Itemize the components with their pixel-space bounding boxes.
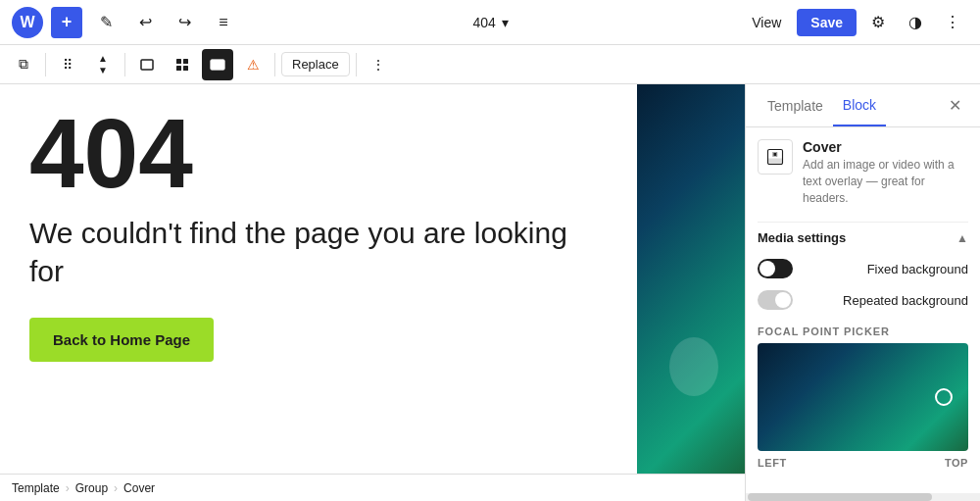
move-up-button[interactable]: ▲ ▼ (87, 49, 119, 80)
main-content: 404 We couldn't find the page you are lo… (0, 84, 980, 501)
focal-point-picker[interactable] (758, 343, 968, 451)
breadcrumb-sep-1: › (66, 481, 70, 495)
right-sidebar: Template Block ✕ ▣ Cover Add an image or… (745, 84, 980, 501)
sidebar-bottom-scrollbar[interactable] (746, 493, 980, 501)
align-full-button[interactable] (202, 49, 233, 80)
breadcrumb-item-group[interactable]: Group (75, 481, 108, 495)
media-settings-label: Media settings (758, 230, 846, 245)
undo-button[interactable]: ↩ (129, 7, 161, 38)
divider-1 (45, 53, 46, 76)
redo-button[interactable]: ↪ (169, 7, 200, 38)
svg-rect-5 (211, 60, 224, 70)
divider-4 (356, 53, 357, 76)
svg-rect-3 (176, 66, 181, 71)
alert-button[interactable]: ⚠ (237, 49, 269, 80)
cover-block-icon: ▣ (758, 139, 793, 175)
editor-wrapper: 404 We couldn't find the page you are lo… (0, 84, 745, 501)
svg-rect-1 (176, 59, 181, 64)
sidebar-body: ▣ Cover Add an image or video with a tex… (746, 127, 980, 493)
page-title-area: 404 ▾ (247, 15, 734, 30)
svg-text:▣: ▣ (772, 151, 778, 157)
focal-top-label: TOP (945, 457, 968, 469)
contrast-button[interactable]: ◑ (900, 7, 931, 38)
divider-2 (124, 53, 125, 76)
editor-content: 404 We couldn't find the page you are lo… (0, 84, 745, 474)
view-button[interactable]: View (742, 9, 791, 36)
focal-point-label: FOCAL POINT PICKER (758, 326, 968, 337)
sidebar-tabs: Template Block ✕ (746, 84, 980, 127)
save-button[interactable]: Save (797, 9, 857, 36)
editor-page: 404 We couldn't find the page you are lo… (0, 84, 737, 474)
repeated-background-toggle[interactable] (758, 290, 793, 310)
repeated-background-label: Repeated background (843, 293, 968, 308)
list-view-button[interactable]: ≡ (208, 7, 239, 38)
cover-image (637, 84, 745, 474)
error-code: 404 (29, 104, 608, 202)
svg-rect-2 (183, 59, 188, 64)
topbar-right: View Save ⚙ ◑ ⋮ (742, 7, 968, 38)
align-grid-button[interactable] (167, 49, 198, 80)
focal-axes: LEFT TOP (758, 457, 968, 469)
back-to-home-button[interactable]: Back to Home Page (29, 318, 214, 362)
tab-block[interactable]: Block (833, 85, 886, 126)
wp-logo[interactable]: W (12, 7, 43, 38)
block-switcher-button[interactable]: ⧉ (8, 49, 39, 80)
more-block-options-button[interactable]: ⋮ (363, 49, 394, 80)
block-desc: Add an image or video with a text overla… (803, 157, 968, 206)
page-title: 404 (472, 15, 495, 30)
focal-point-dot[interactable] (935, 388, 953, 406)
breadcrumb-sep-2: › (114, 481, 118, 495)
sidebar-close-button[interactable]: ✕ (941, 92, 968, 120)
svg-rect-4 (183, 66, 188, 71)
align-left-button[interactable] (131, 49, 163, 80)
add-block-button[interactable]: + (51, 7, 82, 38)
page-content-area: 404 We couldn't find the page you are lo… (0, 84, 637, 381)
divider-3 (274, 53, 275, 76)
error-message: We couldn't find the page you are lookin… (29, 214, 608, 290)
fixed-background-toggle[interactable] (758, 259, 793, 278)
svg-rect-8 (768, 159, 783, 165)
block-name: Cover (803, 139, 968, 155)
media-settings-chevron: ▲ (956, 231, 968, 245)
svg-rect-0 (141, 60, 153, 70)
replace-button[interactable]: Replace (281, 52, 350, 76)
breadcrumb: Template › Group › Cover (0, 474, 745, 501)
focal-left-label: LEFT (758, 457, 787, 469)
pen-tool-button[interactable]: ✎ (90, 7, 122, 38)
cover-image-inner (637, 84, 745, 474)
block-description-area: Cover Add an image or video with a text … (803, 139, 968, 206)
block-toolbar: ⧉ ⠿ ▲ ▼ ⚠ Replace ⋮ (0, 45, 980, 84)
media-settings-header[interactable]: Media settings ▲ (758, 222, 968, 253)
block-info: ▣ Cover Add an image or video with a tex… (758, 139, 968, 206)
breadcrumb-item-template[interactable]: Template (12, 481, 60, 495)
tab-template[interactable]: Template (758, 86, 833, 125)
drag-handle-button[interactable]: ⠿ (52, 49, 83, 80)
breadcrumb-item-cover[interactable]: Cover (123, 481, 155, 495)
chevron-icon: ▾ (502, 15, 509, 30)
repeated-background-row: Repeated background (758, 284, 968, 316)
sidebar-scrollbar-thumb[interactable] (748, 493, 932, 501)
settings-button[interactable]: ⚙ (862, 7, 894, 38)
fixed-background-row: Fixed background (758, 253, 968, 284)
top-bar: W + ✎ ↩ ↪ ≡ 404 ▾ View Save ⚙ ◑ ⋮ (0, 0, 980, 45)
fixed-background-label: Fixed background (867, 262, 968, 276)
more-options-button[interactable]: ⋮ (937, 7, 968, 38)
